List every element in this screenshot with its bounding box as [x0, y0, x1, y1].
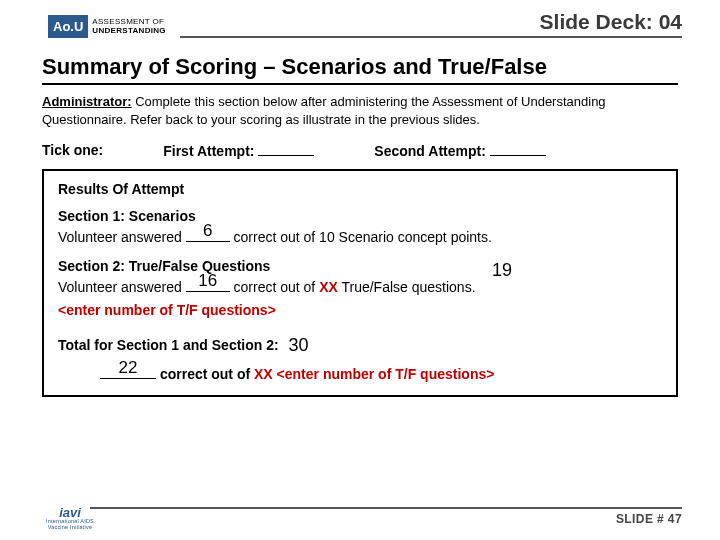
section2-line: 19 Volunteer answered 16 correct out of …	[58, 277, 662, 298]
iavi-sub2: Vaccine Initiative	[46, 525, 94, 531]
final-blank[interactable]: 22	[100, 365, 156, 379]
instruction-text: Administrator: Complete this section bel…	[42, 93, 678, 128]
sec2-tail: True/False questions.	[338, 279, 476, 295]
slide-number: SLIDE # 47	[90, 512, 682, 526]
final-value: 22	[100, 355, 156, 381]
sec2-blank[interactable]: 16	[186, 278, 230, 292]
slide-header: Ao.U ASSESSMENT OF UNDERSTANDING Slide D…	[0, 0, 720, 38]
sec2-lead: Volunteer answered	[58, 279, 186, 295]
first-attempt-blank[interactable]	[258, 142, 314, 156]
sec2-float-value: 19	[492, 257, 512, 284]
sec2-placeholder: <enter number of T/F questions>	[58, 300, 662, 321]
logo-text: ASSESSMENT OF UNDERSTANDING	[92, 18, 166, 36]
tick-label: Tick one:	[42, 142, 103, 159]
results-box: Results Of Attempt Section 1: Scenarios …	[42, 169, 678, 397]
tick-row: Tick one: First Attempt: Second Attempt:	[42, 142, 678, 159]
second-attempt-label: Second Attempt:	[374, 143, 485, 159]
slide-footer: iavi International AIDS Vaccine Initiati…	[0, 507, 720, 526]
total-value: 30	[283, 335, 309, 355]
first-attempt-label: First Attempt:	[163, 143, 254, 159]
slide-title: Summary of Scoring – Scenarios and True/…	[42, 54, 678, 85]
logo-abbrev: Ao.U	[48, 15, 88, 38]
section2-heading: Section 2: True/False Questions	[58, 256, 662, 277]
final-row: 22 correct out of XX <enter number of T/…	[58, 364, 662, 385]
sec2-xx: XX	[319, 279, 338, 295]
deck-label: Slide Deck: 04	[180, 10, 682, 34]
final-placeholder: <enter number of T/F questions>	[273, 366, 495, 382]
section1-heading: Section 1: Scenarios	[58, 206, 662, 227]
sec2-value: 16	[186, 268, 230, 294]
sec2-mid: correct out of	[230, 279, 319, 295]
header-rule	[180, 36, 682, 38]
instruction-label: Administrator:	[42, 94, 132, 109]
final-mid: correct out of	[160, 366, 254, 382]
total-label: Total for Section 1 and Section 2:	[58, 337, 279, 353]
final-xx: XX	[254, 366, 273, 382]
sec1-blank[interactable]: 6	[186, 228, 230, 242]
slide-content: Summary of Scoring – Scenarios and True/…	[0, 38, 720, 397]
first-attempt: First Attempt:	[163, 142, 314, 159]
sec1-value: 6	[186, 218, 230, 244]
header-rule-wrap: Slide Deck: 04	[174, 10, 682, 38]
sec1-lead: Volunteer answered	[58, 229, 186, 245]
footer-rule	[90, 507, 682, 509]
second-attempt-blank[interactable]	[490, 142, 546, 156]
second-attempt: Second Attempt:	[374, 142, 545, 159]
sec1-tail: correct out of 10 Scenario concept point…	[230, 229, 492, 245]
logo-line2: UNDERSTANDING	[92, 27, 166, 36]
results-title: Results Of Attempt	[58, 179, 662, 200]
section1-line: Volunteer answered 6 correct out of 10 S…	[58, 227, 662, 248]
aou-logo: Ao.U ASSESSMENT OF UNDERSTANDING	[48, 15, 166, 38]
iavi-logo: iavi International AIDS Vaccine Initiati…	[46, 506, 94, 530]
